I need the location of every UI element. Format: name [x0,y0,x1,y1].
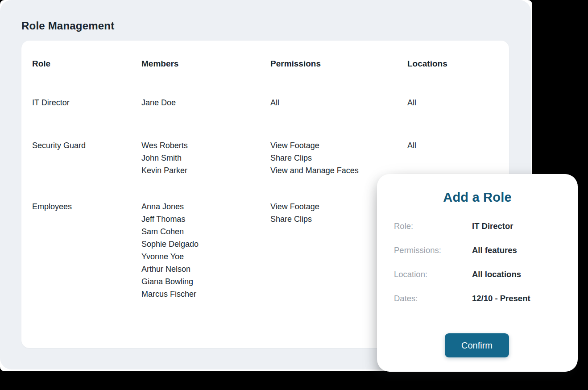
list-item: Anna Jones [141,200,268,213]
list-item: Jeff Thomas [141,213,268,225]
permissions-cell: View FootageShare ClipsView and Manage F… [270,139,404,177]
location-field: Location: All locations [394,270,564,279]
dates-field-label: Dates: [394,294,472,303]
column-header-permissions: Permissions [270,58,404,69]
list-item: View Footage [270,139,404,152]
page-title: Role Management [21,20,114,32]
list-item: Arthur Nelson [141,263,268,275]
column-header-members: Members [141,58,268,69]
permissions-cell: All [270,96,404,109]
locations-cell: All [407,96,497,109]
members-cell: Anna JonesJeff ThomasSam CohenSophie Del… [141,200,268,300]
role-cell: Employees [32,200,139,213]
dates-field-value[interactable]: 12/10 - Present [472,294,530,303]
role-cell: Security Guard [32,139,139,152]
column-header-locations: Locations [407,58,497,69]
list-item: Yvonne Yoe [141,250,268,263]
permissions-field: Permissions: All features [394,245,564,255]
list-item: Share Clips [270,152,404,164]
members-cell: Jane Doe [141,96,268,109]
dates-field: Dates: 12/10 - Present [394,294,564,303]
list-item: All [407,96,497,109]
confirm-button[interactable]: Confirm [445,333,509,357]
location-field-value[interactable]: All locations [472,270,521,279]
members-cell: Wes RobertsJohn SmithKevin Parker [141,139,268,177]
list-item: Jane Doe [141,96,268,109]
list-item: All [270,96,404,109]
list-item: All [407,139,497,152]
column-header-role: Role [32,58,139,69]
role-field-value[interactable]: IT Director [472,221,513,231]
list-item: John Smith [141,152,268,164]
permissions-field-value[interactable]: All features [472,245,517,255]
list-item: Sam Cohen [141,225,268,238]
list-item: Giana Bowling [141,275,268,288]
list-item: Wes Roberts [141,139,268,152]
add-role-dialog: Add a Role Role: IT Director Permissions… [377,174,578,372]
role-field: Role: IT Director [394,221,564,231]
role-field-label: Role: [394,221,472,231]
list-item: Kevin Parker [141,164,268,177]
list-item: Sophie Delgado [141,238,268,250]
list-item: Marcus Fischer [141,288,268,300]
permissions-field-label: Permissions: [394,245,472,255]
role-cell: IT Director [32,96,139,109]
dialog-title: Add a Role [377,190,578,205]
location-field-label: Location: [394,270,472,279]
locations-cell: All [407,139,497,152]
